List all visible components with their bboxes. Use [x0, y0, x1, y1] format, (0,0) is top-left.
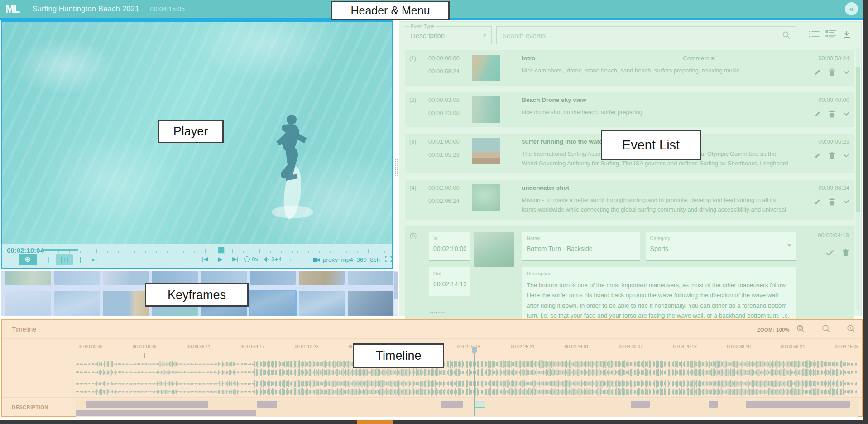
event-row[interactable]: (1) 00:00:00:00 00:00:58:24 Intro Commer…	[405, 50, 854, 86]
description-clip[interactable]	[441, 401, 463, 408]
loop-button[interactable]: ↔	[288, 255, 295, 263]
ruler-timecode: 00:00:00:00	[79, 344, 103, 349]
keyframe-thumbnail[interactable]	[103, 271, 149, 285]
timeline-header: Timeline ZOOM: 100%	[2, 320, 862, 339]
event-category: Commercial	[683, 55, 715, 62]
set-in-button[interactable]: [	[48, 255, 49, 263]
player-playhead[interactable]	[218, 247, 225, 254]
edit-icon[interactable]	[814, 152, 821, 159]
fullscreen-button[interactable]	[385, 256, 392, 262]
search-box[interactable]	[496, 26, 796, 44]
keyframe-thumbnail[interactable]	[299, 291, 345, 316]
search-icon[interactable]	[782, 31, 791, 39]
delete-icon[interactable]	[829, 68, 835, 76]
event-title: Beach Drone sky view	[522, 96, 586, 103]
description-clip-selected[interactable]	[474, 401, 486, 408]
keyframe-thumbnail[interactable]	[5, 271, 51, 285]
description-clip[interactable]	[631, 401, 649, 408]
waveform-channel	[76, 368, 858, 376]
add-subclip-button[interactable]: [+]	[56, 254, 73, 265]
keyframe-thumbnail[interactable]	[299, 271, 345, 285]
chevron-down-icon[interactable]	[843, 112, 849, 116]
event-title: Intro	[522, 55, 535, 62]
speed-icon	[244, 256, 250, 262]
event-type-select[interactable]: Event Type Description	[405, 26, 492, 44]
name-field[interactable]: Name Bottom Turn - Backside	[522, 232, 640, 261]
zoom-out-icon[interactable]	[821, 324, 832, 335]
annotation-timeline: Timeline	[353, 343, 444, 368]
delete-icon[interactable]	[829, 152, 835, 159]
resize-handle-horizontal[interactable]	[430, 311, 445, 314]
annotation-header-menu: Header & Menu	[331, 1, 450, 20]
ruler-timecode: 00:02:07:15	[457, 344, 481, 349]
annotation-event-list: Event List	[601, 130, 701, 160]
annotation-player: Player	[158, 120, 224, 143]
edit-icon[interactable]	[814, 69, 821, 76]
description-clip[interactable]	[709, 401, 718, 408]
keyframe-thumbnail[interactable]	[5, 291, 51, 316]
chevron-down-icon[interactable]	[843, 70, 849, 74]
confirm-icon[interactable]	[826, 250, 834, 256]
description-clip[interactable]	[257, 401, 277, 408]
event-row[interactable]: (2) 00:00:03:08 00:00:43:08 Beach Drone …	[405, 92, 854, 127]
ruler-timecode: 00:04:15:05	[835, 344, 859, 349]
keyframes-scrollbar[interactable]	[394, 272, 398, 315]
next-frame-button[interactable]: ▶|	[232, 255, 238, 262]
app-window: ML Surfing Huntington Beach 2021 00:04:1…	[0, 0, 868, 424]
playback-speed-button[interactable]: 0x	[244, 256, 258, 263]
keyframe-thumbnail[interactable]	[103, 291, 149, 316]
out-timecode-field[interactable]: Out 00:02:14:13	[429, 267, 470, 296]
keyframe-thumbnail[interactable]	[250, 271, 296, 285]
player-scrubber[interactable]	[42, 247, 388, 253]
ruler-timecode: 00:03:38:19	[727, 344, 751, 349]
description-clip[interactable]	[746, 401, 850, 408]
prev-frame-button[interactable]: |◀	[202, 255, 208, 262]
resize-handle-vertical[interactable]	[394, 159, 398, 176]
timeline-playhead[interactable]	[474, 352, 475, 416]
goto-out-button[interactable]: ▸]	[92, 255, 96, 264]
zoom-level-label: ZOOM: 100%	[757, 327, 790, 332]
keyframe-thumbnail[interactable]	[54, 291, 100, 316]
delete-icon[interactable]	[842, 249, 849, 256]
event-list-scrollbar[interactable]	[856, 48, 860, 310]
proxy-selector[interactable]: proxy_mp4_360_8ch	[313, 256, 380, 263]
add-event-button[interactable]: ⊕	[19, 254, 37, 265]
export-icon[interactable]	[842, 30, 854, 41]
keyframe-thumbnail[interactable]	[348, 291, 393, 316]
annotation-keyframes: Keyframes	[145, 283, 249, 307]
delete-icon[interactable]	[829, 198, 835, 206]
description-track-label: DESCRIPTION	[12, 405, 48, 410]
event-row[interactable]: (4) 00:02:00:00 00:02:06:24 underwater s…	[405, 180, 854, 220]
keyframe-thumbnail[interactable]	[348, 271, 393, 285]
ruler-timecode: 00:01:12:23	[295, 344, 319, 349]
play-button[interactable]: ▶	[218, 255, 223, 263]
keyframe-thumbnail[interactable]	[54, 271, 100, 285]
description-clip[interactable]	[76, 410, 256, 416]
set-out-button[interactable]: ]	[79, 255, 81, 263]
timeline-ruler[interactable]: 00:00:00:0000:00:18:0600:00:36:1100:00:5…	[76, 339, 858, 359]
zoom-in-icon[interactable]	[846, 324, 857, 335]
chevron-down-icon[interactable]	[843, 200, 849, 204]
event-in-timecode: 00:02:00:00	[428, 184, 472, 191]
edit-icon[interactable]	[814, 198, 821, 205]
keyframe-thumbnail-selected[interactable]	[250, 291, 296, 316]
audio-channels-button[interactable]: 3+4	[263, 256, 282, 263]
event-type-label: Event Type	[409, 24, 436, 29]
goto-in-button[interactable]: [◂	[29, 255, 34, 264]
user-avatar[interactable]: a	[845, 2, 858, 15]
zoom-reset-icon[interactable]	[796, 324, 807, 335]
detail-view-icon[interactable]	[825, 30, 837, 41]
description-clip[interactable]	[86, 401, 208, 408]
search-input[interactable]	[497, 27, 796, 44]
delete-icon[interactable]	[829, 110, 835, 118]
event-number: (1)	[409, 55, 428, 81]
list-view-icon[interactable]	[809, 30, 820, 41]
edit-icon[interactable]	[814, 111, 821, 117]
player-control-bar: 00:02:10:04 ⊕ [◂ [ [+] ] ▸] |◀ ▶ ▶| 0x	[2, 244, 392, 268]
keyframes-scrollbar-thumb[interactable]	[394, 272, 398, 299]
taskbar	[0, 420, 868, 424]
chevron-down-icon[interactable]	[843, 154, 849, 158]
category-select[interactable]: Category Sports	[646, 232, 796, 261]
in-timecode-field[interactable]: In 00:02:10:00	[429, 232, 470, 261]
event-list-scrollbar-thumb[interactable]	[856, 67, 860, 212]
